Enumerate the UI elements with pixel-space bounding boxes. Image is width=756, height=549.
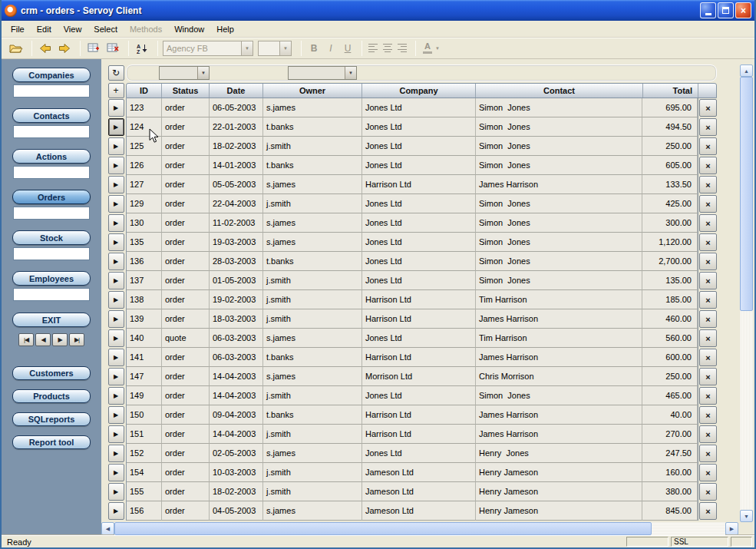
cell-company[interactable]: Harrison Ltd (362, 348, 476, 367)
cell-date[interactable]: 06-05-2003 (210, 98, 263, 117)
cell-total[interactable]: 494.50 (642, 117, 698, 137)
cell-status[interactable]: order (162, 233, 210, 252)
column-header-owner[interactable]: Owner (263, 84, 362, 98)
vertical-scroll-thumb[interactable] (740, 77, 753, 311)
cell-contact[interactable]: James Harrison (476, 309, 642, 329)
row-delete-button[interactable]: × (699, 214, 717, 232)
row-delete-button[interactable]: × (699, 464, 717, 481)
bold-button[interactable]: B (306, 41, 322, 56)
sidebar-button-contacts[interactable]: Contacts (12, 108, 91, 123)
cell-contact[interactable]: James Harrison (476, 405, 642, 425)
menu-view[interactable]: View (58, 22, 88, 36)
cell-owner[interactable]: t.banks (263, 348, 362, 367)
cell-total[interactable]: 133.50 (642, 175, 698, 194)
cell-date[interactable]: 14-04-2003 (210, 386, 263, 405)
align-right-icon[interactable] (396, 43, 408, 53)
cell-total[interactable]: 695.00 (642, 98, 698, 117)
cell-total[interactable]: 250.00 (642, 367, 698, 386)
row-delete-button[interactable]: × (699, 99, 717, 117)
cell-total[interactable]: 600.00 (642, 348, 698, 367)
cell-contact[interactable]: Simon Jones (476, 386, 642, 405)
cell-status[interactable]: order (162, 271, 210, 290)
column-header-status[interactable]: Status (162, 84, 210, 98)
sidebar-button-companies[interactable]: Companies (12, 68, 91, 82)
cell-total[interactable]: 560.00 (642, 329, 698, 348)
cell-company[interactable]: Harrison Ltd (362, 290, 476, 309)
sidebar-button-products[interactable]: Products (12, 389, 91, 403)
column-header-company[interactable]: Company (362, 84, 476, 98)
cell-owner[interactable]: s.james (263, 444, 362, 463)
row-delete-button[interactable]: × (699, 310, 717, 328)
chevron-down-icon[interactable]: ▼ (345, 67, 356, 79)
cell-status[interactable]: order (162, 425, 210, 444)
cell-id[interactable]: 136 (127, 252, 162, 271)
cell-status[interactable]: order (162, 194, 210, 213)
cell-status[interactable]: order (162, 175, 210, 194)
cell-total[interactable]: 425.00 (642, 194, 698, 213)
chevron-down-icon[interactable]: ▼ (279, 41, 291, 55)
sidebar-button-actions[interactable]: Actions (12, 149, 91, 164)
owner-filter-combo[interactable]: ▼ (288, 66, 357, 80)
row-delete-button[interactable]: × (699, 425, 717, 443)
insert-record-icon[interactable] (85, 41, 102, 56)
cell-owner[interactable]: j.smith (263, 482, 362, 501)
menu-edit[interactable]: Edit (31, 22, 58, 36)
sidebar-button-stock[interactable]: Stock (12, 230, 91, 245)
cell-date[interactable]: 18-02-2003 (210, 137, 263, 156)
column-header-date[interactable]: Date (210, 84, 263, 98)
menu-file[interactable]: File (5, 22, 31, 36)
cell-contact[interactable]: James Harrison (476, 175, 642, 194)
cell-id[interactable]: 147 (127, 367, 162, 386)
cell-contact[interactable]: Simon Jones (476, 117, 642, 137)
cell-id[interactable]: 124 (127, 117, 162, 137)
cell-total[interactable]: 135.00 (642, 271, 698, 290)
cell-owner[interactable]: t.banks (263, 405, 362, 425)
cell-total[interactable]: 465.00 (642, 386, 698, 405)
cell-owner[interactable]: s.james (263, 175, 362, 194)
row-delete-button[interactable]: × (699, 176, 717, 193)
scroll-down-icon[interactable]: ▼ (740, 510, 753, 522)
menu-window[interactable]: Window (168, 22, 210, 36)
row-select-button[interactable]: ▶ (108, 157, 124, 174)
sidebar-button-customers[interactable]: Customers (12, 366, 91, 380)
delete-record-icon[interactable] (104, 41, 121, 56)
cell-owner[interactable]: s.james (263, 367, 362, 386)
row-select-button[interactable]: ▶ (108, 272, 124, 289)
menu-help[interactable]: Help (210, 22, 240, 36)
chevron-down-icon[interactable]: ▼ (197, 67, 209, 79)
cell-total[interactable]: 270.00 (642, 425, 698, 444)
cell-company[interactable]: Jones Ltd (362, 156, 476, 175)
row-select-button[interactable]: ▶ (108, 349, 124, 366)
sidebar-button-orders[interactable]: Orders (12, 190, 91, 204)
column-header-contact[interactable]: Contact (476, 84, 643, 98)
row-delete-button[interactable]: × (699, 406, 717, 424)
row-select-button[interactable]: ▶ (108, 310, 124, 328)
cell-company[interactable]: Jones Ltd (362, 213, 476, 233)
cell-id[interactable]: 155 (127, 482, 162, 501)
cell-company[interactable]: Jones Ltd (362, 233, 476, 252)
cell-company[interactable]: Jameson Ltd (362, 501, 476, 521)
cell-date[interactable]: 01-05-2003 (210, 271, 263, 290)
row-select-button[interactable]: ▶ (108, 406, 124, 424)
cell-date[interactable]: 14-04-2003 (210, 367, 263, 386)
sort-icon[interactable]: AZ (134, 41, 150, 56)
cell-id[interactable]: 127 (127, 175, 162, 194)
cell-company[interactable]: Harrison Ltd (362, 309, 476, 329)
cell-status[interactable]: order (162, 463, 210, 482)
cell-owner[interactable]: s.james (263, 213, 362, 233)
close-button[interactable]: × (735, 2, 751, 18)
cell-total[interactable]: 250.00 (642, 137, 698, 156)
cell-owner[interactable]: j.smith (263, 386, 362, 405)
sidebar-button-employees[interactable]: Employees (12, 271, 91, 286)
cell-id[interactable]: 154 (127, 463, 162, 482)
row-select-button[interactable]: ▶ (108, 118, 124, 136)
row-select-button[interactable]: ▶ (108, 291, 124, 309)
cell-owner[interactable]: s.james (263, 98, 362, 117)
vertical-scrollbar[interactable]: ▲ ▼ (740, 64, 753, 522)
cell-date[interactable]: 04-05-2003 (210, 501, 263, 521)
scroll-right-icon[interactable]: ▶ (725, 522, 738, 535)
cell-date[interactable]: 19-02-2003 (210, 290, 263, 309)
cell-total[interactable]: 185.00 (642, 290, 698, 309)
cell-total[interactable]: 300.00 (642, 213, 698, 233)
cell-company[interactable]: Jones Ltd (362, 252, 476, 271)
